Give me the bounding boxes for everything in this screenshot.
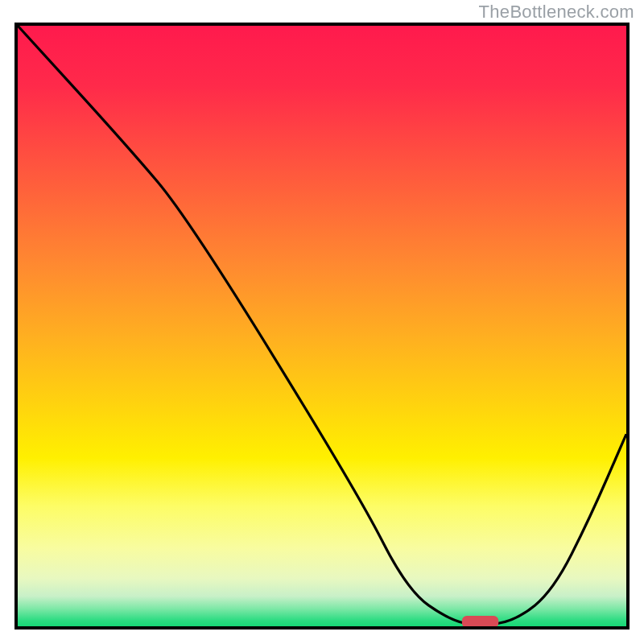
bottleneck-curve-path bbox=[18, 26, 626, 625]
watermark-text: TheBottleneck.com bbox=[479, 2, 634, 23]
chart-plot-area bbox=[14, 23, 630, 630]
optimal-marker bbox=[462, 616, 498, 626]
chart-container: TheBottleneck.com bbox=[0, 0, 644, 644]
bottleneck-curve-svg bbox=[18, 26, 626, 626]
